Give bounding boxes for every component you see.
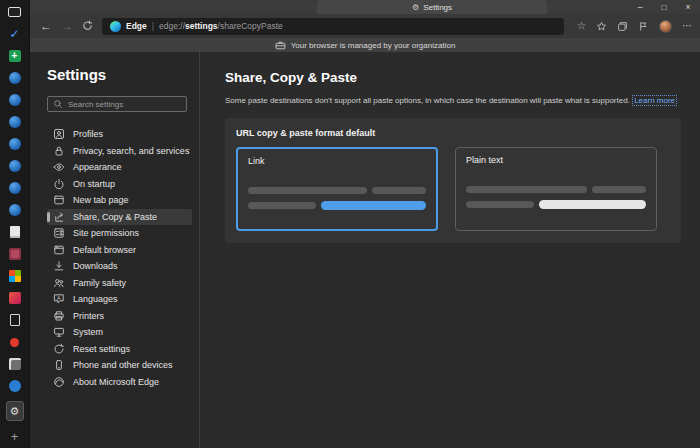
- edge-chip: Edge: [126, 21, 147, 31]
- settings-search[interactable]: [47, 96, 187, 112]
- link-preview-skeleton: [248, 187, 426, 217]
- sidebar-item-on-startup[interactable]: On startup: [47, 176, 192, 193]
- sidebar-item-languages[interactable]: A Languages: [47, 291, 192, 308]
- sidebar-item-site-permissions[interactable]: Site permissions: [47, 225, 192, 242]
- refresh-button[interactable]: [82, 20, 93, 33]
- sidebar-item-about-edge[interactable]: About Microsoft Edge: [47, 374, 192, 391]
- sidebar-item-printers[interactable]: Printers: [47, 308, 192, 325]
- people-icon: [53, 277, 65, 289]
- window-controls: – □ ×: [628, 0, 700, 14]
- sidebar-item-label: Phone and other devices: [73, 360, 173, 370]
- address-bar[interactable]: Edge | edge://settings/shareCopyPaste: [102, 18, 564, 35]
- app-blue-icon[interactable]: [6, 114, 24, 130]
- app-red-people-icon[interactable]: [6, 246, 24, 262]
- task-view-icon[interactable]: [6, 4, 24, 20]
- star-add-icon: [596, 21, 607, 32]
- download-icon: [53, 260, 65, 272]
- sidebar-item-default-browser[interactable]: Default browser: [47, 242, 192, 259]
- edge-circle-icon: [53, 376, 65, 388]
- minimize-button[interactable]: –: [628, 0, 652, 14]
- gear-icon: ⚙: [412, 3, 419, 12]
- app-blue-icon[interactable]: [6, 70, 24, 86]
- search-input[interactable]: [68, 100, 181, 109]
- url-format-panel: URL copy & paste format default Link Pla…: [225, 118, 681, 243]
- search-icon: [53, 99, 63, 109]
- app-office-icon[interactable]: [6, 290, 24, 306]
- sidebar-item-label: Reset settings: [73, 344, 130, 354]
- navigation-bar: ← → Edge | edge://settings/shareCopyPast…: [30, 14, 700, 38]
- close-button[interactable]: ×: [676, 0, 700, 14]
- option-card-plain-text[interactable]: Plain text: [455, 147, 657, 231]
- sidebar-item-downloads[interactable]: Downloads: [47, 258, 192, 275]
- eye-icon: [53, 161, 65, 173]
- profiles-icon: [53, 128, 65, 140]
- sidebar-item-label: Site permissions: [73, 228, 139, 238]
- settings-sidebar: Settings Profiles Privacy, search, and s: [30, 52, 200, 448]
- refresh-icon: [82, 20, 93, 31]
- forward-button[interactable]: →: [61, 20, 73, 32]
- sidebar-item-label: Privacy, search, and services: [73, 146, 189, 156]
- taskbar-add-icon[interactable]: +: [6, 428, 24, 444]
- edge-logo-icon: [110, 21, 121, 32]
- sidebar-item-new-tab-page[interactable]: New tab page: [47, 192, 192, 209]
- phone-icon: [53, 359, 65, 371]
- settings-gear-icon[interactable]: ⚙: [6, 400, 24, 422]
- app-document-icon[interactable]: [6, 224, 24, 240]
- app-blue-icon[interactable]: [6, 180, 24, 196]
- maximize-button[interactable]: □: [652, 0, 676, 14]
- app-skype-icon[interactable]: [6, 378, 24, 394]
- option-label: Link: [248, 156, 426, 166]
- panel-label: URL copy & paste format default: [236, 128, 670, 138]
- windows-start-icon[interactable]: [6, 268, 24, 284]
- sidebar-item-share-copy-paste[interactable]: Share, Copy & Paste: [47, 209, 192, 226]
- more-menu-button[interactable]: ⋯: [682, 21, 692, 31]
- plain-text-accent-bar: [539, 200, 646, 209]
- app-green-plus-icon[interactable]: +: [6, 48, 24, 64]
- app-blue-icon[interactable]: [6, 136, 24, 152]
- sidebar-item-label: About Microsoft Edge: [73, 377, 159, 387]
- page-description: Some paste destinations don't support al…: [225, 96, 678, 105]
- profile-avatar[interactable]: [659, 20, 672, 33]
- titlebar: ⚙ Settings – □ ×: [30, 0, 700, 14]
- address-separator: |: [152, 21, 154, 31]
- managed-banner: Your browser is managed by your organiza…: [30, 38, 700, 52]
- app-media-icon[interactable]: [6, 356, 24, 372]
- tab-label: Settings: [423, 3, 452, 12]
- briefcase-icon: [275, 40, 286, 51]
- flag-icon: [638, 21, 649, 32]
- app-blue-icon[interactable]: [6, 158, 24, 174]
- sidebar-item-family-safety[interactable]: Family safety: [47, 275, 192, 292]
- app-record-icon[interactable]: [6, 334, 24, 350]
- sidebar-item-label: System: [73, 327, 103, 337]
- app-blue-icon[interactable]: [6, 202, 24, 218]
- sidebar-item-label: Printers: [73, 311, 104, 321]
- link-accent-bar: [321, 201, 426, 210]
- settings-title: Settings: [47, 66, 199, 83]
- sidebar-item-phone-devices[interactable]: Phone and other devices: [47, 357, 192, 374]
- url-text: edge://settings/shareCopyPaste: [159, 21, 283, 31]
- browser-window-icon: [53, 244, 65, 256]
- rewards-flag-icon[interactable]: [638, 21, 649, 32]
- monitor-icon: [53, 326, 65, 338]
- sidebar-item-privacy[interactable]: Privacy, search, and services: [47, 143, 192, 160]
- favorite-star-icon[interactable]: ☆: [577, 21, 586, 31]
- sidebar-item-profiles[interactable]: Profiles: [47, 126, 192, 143]
- sidebar-item-label: Share, Copy & Paste: [73, 212, 157, 222]
- sidebar-item-label: Family safety: [73, 278, 126, 288]
- sidebar-item-label: On startup: [73, 179, 115, 189]
- favorites-bar-icon[interactable]: [596, 21, 607, 32]
- reset-icon: [53, 343, 65, 355]
- app-blue-icon[interactable]: [6, 92, 24, 108]
- sidebar-item-label: Languages: [73, 294, 118, 304]
- learn-more-link[interactable]: Learn more: [632, 95, 677, 106]
- collections-icon[interactable]: [617, 21, 628, 32]
- app-page-icon[interactable]: [6, 312, 24, 328]
- app-check-icon[interactable]: ✓: [6, 26, 24, 42]
- option-card-link[interactable]: Link: [236, 147, 438, 231]
- sidebar-item-appearance[interactable]: Appearance: [47, 159, 192, 176]
- tab-settings[interactable]: ⚙ Settings: [317, 0, 547, 14]
- back-button[interactable]: ←: [40, 20, 52, 32]
- sidebar-item-system[interactable]: System: [47, 324, 192, 341]
- sidebar-item-reset-settings[interactable]: Reset settings: [47, 341, 192, 358]
- edge-window: ✓ + ⚙ + ⚙ Settings – □ ×: [0, 0, 700, 448]
